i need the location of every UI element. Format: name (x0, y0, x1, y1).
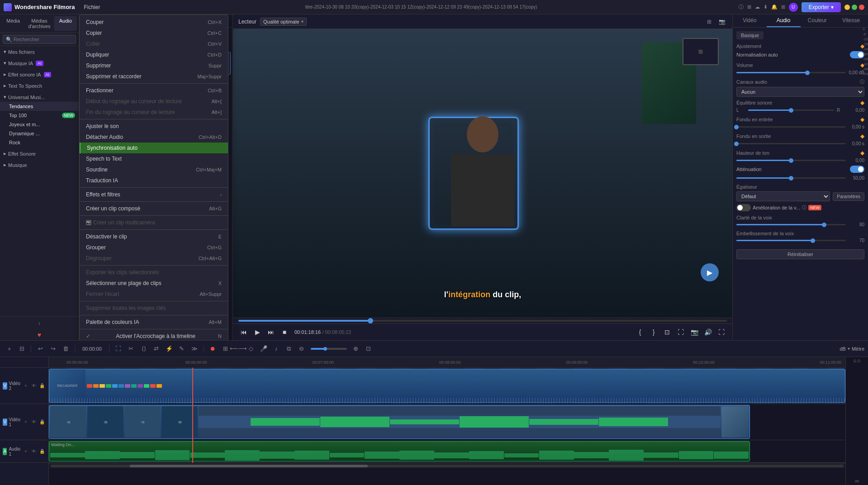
audio1-clip[interactable]: Waiting On... (49, 441, 750, 461)
ctx-supprimer-raccorder[interactable]: Supprimer et raccorder Maj+Suppr (80, 71, 228, 82)
tl-undo[interactable]: ↩ (35, 343, 46, 354)
amelioration-toggle[interactable] (736, 204, 751, 211)
tl-redo[interactable]: ↪ (47, 343, 58, 354)
video1-add-action[interactable]: + (22, 418, 29, 426)
favorites-icon[interactable]: ♥ (0, 329, 79, 340)
ctx-supprimer-images-cles[interactable]: Supprimer toutes les images clés (80, 303, 228, 314)
tl-pen-tool[interactable]: ✎ (176, 343, 187, 354)
maximize-button[interactable] (852, 5, 857, 10)
expand-icon[interactable]: ⛶ (716, 327, 727, 338)
hauteur-ton-slider[interactable] (736, 160, 846, 161)
tl-select-tool[interactable]: ⛶ (113, 343, 124, 354)
fondu-entree-diamond[interactable]: ◆ (860, 116, 864, 123)
sidebar-item-joyeux[interactable]: Joyeux et m... (0, 120, 79, 129)
preview-overlay-play[interactable]: ▶ (701, 263, 719, 281)
tl-more-tools[interactable]: ≫ (189, 343, 200, 354)
quality-selector[interactable]: Qualité optimale ▾ (260, 18, 307, 26)
video1-lock-action[interactable]: 🔒 (38, 418, 46, 426)
video2-add-action[interactable]: + (22, 382, 29, 390)
ctx-desactiver-clip[interactable]: Désactiver le clip E (80, 231, 228, 242)
snapshot-icon[interactable]: 📷 (717, 17, 727, 27)
ctx-detacher-audio[interactable]: Détacher Audio Ctrl+Alt+D (80, 132, 228, 143)
audio1-mute-action[interactable]: 🔒 (38, 448, 46, 455)
egaliseur-params-button[interactable]: Paramètres (833, 192, 864, 201)
section-effet-sonore-header[interactable]: ▸ Effet Sonore (0, 149, 79, 158)
tl-fit-zoom[interactable]: ⊡ (363, 343, 374, 354)
timeline-scrollbar-thumb[interactable] (130, 465, 368, 467)
tl-slip-tool[interactable]: ⇄ (151, 343, 162, 354)
sidebar-item-tendances[interactable]: Tendances (0, 102, 79, 111)
ctx-creer-clip-compose[interactable]: Créer un clip composé Alt+G (80, 203, 228, 214)
video1-eye-action[interactable]: 👁 (30, 418, 38, 426)
tl-speed-tool[interactable]: ⚡ (164, 343, 175, 354)
ctx-grouper[interactable]: Grouper Ctrl+G (80, 242, 228, 253)
tl-plus-zoom[interactable]: ⊕ (351, 343, 361, 354)
tl-music[interactable]: ♪ (271, 343, 282, 354)
ctx-dupliquer[interactable]: Dupliquer Ctrl+D (80, 49, 228, 60)
tab-vitesse[interactable]: Vitesse (834, 14, 868, 27)
section-universal-music-header[interactable]: ▾ Universal Musi... (0, 92, 79, 102)
play-button[interactable]: ▶ (252, 327, 263, 338)
amelioration-info[interactable]: ⓘ (802, 204, 806, 211)
attenuation-toggle[interactable] (850, 166, 864, 173)
mark-in-button[interactable]: { (635, 327, 645, 338)
tl-subtract-track[interactable]: ⊟ (16, 343, 27, 354)
tab-couleur[interactable]: Couleur (801, 14, 835, 27)
embellissement-slider[interactable] (736, 240, 846, 241)
reset-button[interactable]: Réinitialiser (736, 249, 864, 259)
clarte-slider[interactable] (736, 224, 846, 225)
stop-button[interactable]: ■ (279, 327, 290, 338)
tab-media[interactable]: Média (2, 16, 24, 31)
timeline-scrollbar-track[interactable] (51, 465, 844, 467)
ctx-couper[interactable]: Couper Ctrl+X (80, 17, 228, 28)
fullscreen-button[interactable]: ⛶ (675, 327, 686, 338)
grid-view-icon[interactable]: ⊞ (704, 17, 714, 27)
tl-ripple-edit[interactable]: ⟵⟶ (233, 343, 244, 354)
video2-clip[interactable]: RECADRER (49, 369, 845, 403)
speaker-icon[interactable]: 🔊 (702, 327, 713, 338)
ctx-copier[interactable]: Copier Ctrl+C (80, 28, 228, 38)
tl-add-track[interactable]: ＋ (4, 343, 14, 354)
fondu-entree-slider[interactable] (736, 126, 846, 128)
menu-fichier[interactable]: Fichier (80, 3, 104, 11)
ctx-palette-couleurs-ia[interactable]: Palette de couleurs IA Alt+M (80, 317, 228, 328)
ctx-sourdine[interactable]: Sourdine Ctrl+Maj+M (80, 164, 228, 175)
canaux-info-icon[interactable]: ⓘ (860, 79, 864, 85)
canaux-audio-select[interactable]: Aucun (736, 87, 864, 97)
sidebar-item-rock[interactable]: Rock (0, 138, 79, 147)
ctx-fermer-ecart[interactable]: Fermer l'écart Alt+Suppr (80, 289, 228, 300)
next-button[interactable]: ⏭ (266, 327, 276, 338)
ctx-coller[interactable]: Coller Ctrl+V (80, 38, 228, 49)
close-button[interactable] (859, 5, 864, 10)
extract-button[interactable]: ⊡ (662, 327, 673, 338)
mark-out-button[interactable]: } (648, 327, 659, 338)
camera-icon[interactable]: 📷 (689, 327, 700, 338)
fondu-sortie-diamond[interactable]: ◆ (860, 133, 864, 139)
ctx-creer-clip-multicamera[interactable]: 📷Créer un clip multicaméra (80, 217, 228, 228)
tl-minus-zoom[interactable]: ⊖ (296, 343, 307, 354)
egaliseur-select[interactable]: Défaut (736, 191, 830, 201)
equilibre-diamond[interactable]: ◆ (860, 100, 864, 106)
tl-delete[interactable]: 🗑 (60, 343, 71, 354)
minimize-button[interactable] (844, 5, 850, 10)
tab-audio[interactable]: Audio (767, 14, 801, 27)
section-musique-ia-header[interactable]: ▾ Musique IA AI (0, 58, 79, 68)
tl-ripple-tool[interactable]: ⟨⟩ (138, 343, 149, 354)
tl-record-button[interactable]: ⏺ (208, 343, 218, 354)
video1-clip[interactable]: 📹 📹 📹 📹 (49, 405, 750, 439)
tab-video[interactable]: Vidéo (733, 14, 767, 27)
tab-audio[interactable]: Audio (54, 16, 77, 31)
ctx-supprimer[interactable]: Supprimer Suppr (80, 60, 228, 71)
ctx-accrochage-timeline[interactable]: Activer l'Accrochage à la timeline N (80, 331, 228, 340)
tl-marker[interactable]: ◇ (246, 343, 256, 354)
preview-timeline[interactable] (238, 320, 727, 322)
section-mes-fichiers-header[interactable]: ▾ Mes fichiers (0, 47, 79, 57)
ctx-speech-to-text[interactable]: Speech to Text (80, 153, 228, 164)
basic-button[interactable]: Basique (736, 31, 764, 39)
sidebar-search-input[interactable] (3, 35, 76, 44)
tl-voiceover[interactable]: 🎤 (258, 343, 269, 354)
tl-transition[interactable]: ⧉ (284, 343, 294, 354)
sidebar-item-dynamique[interactable]: Dynamique ... (0, 129, 79, 138)
ctx-selectionner-plage[interactable]: Sélectionner une plage de clips X (80, 278, 228, 289)
sidebar-item-top100[interactable]: Top 100 NEW (0, 111, 79, 120)
